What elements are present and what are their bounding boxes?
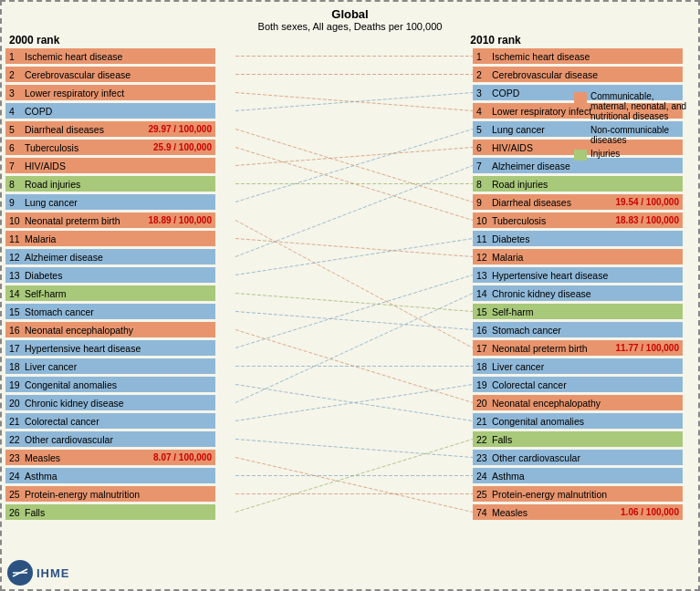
rank-number: 12 [476, 252, 489, 263]
rank-number: 25 [9, 489, 22, 500]
svg-line-19 [235, 294, 473, 403]
svg-line-13 [235, 294, 473, 312]
rank-number: 23 [476, 452, 489, 463]
list-item: 16Stomach cancer [473, 321, 700, 338]
rank-bar: 22Other cardiovascular [5, 431, 215, 447]
connector-lines [235, 47, 473, 522]
rank-number: 19 [9, 379, 22, 390]
rank-bar: 9Lung cancer [5, 194, 215, 210]
list-item: 25Protein-energy malnutrition [473, 485, 700, 503]
rank-label: Self-harm [492, 306, 679, 317]
rank-number: 24 [476, 471, 489, 482]
right-col-header: 2010 rank [470, 34, 695, 47]
rank-bar: 25Protein-energy malnutrition [473, 486, 683, 502]
rank-number: 25 [476, 489, 489, 500]
rank-label: Chronic kidney disease [492, 288, 679, 299]
rank-number: 16 [9, 325, 22, 336]
list-item: 10Tuberculosis18.83 / 100,000 [473, 212, 700, 229]
rank-number: 11 [9, 233, 22, 244]
rate-badge: 29.97 / 100,000 [148, 124, 212, 134]
list-item: 25Protein-energy malnutrition [5, 485, 235, 503]
svg-line-9 [235, 221, 473, 348]
rank-number: 14 [476, 288, 489, 299]
rank-number: 6 [9, 142, 22, 153]
rank-label: Diarrheal diseases [492, 197, 611, 208]
rank-label: Malaria [492, 252, 679, 263]
legend-label: Communicable, maternal, neonatal, and nu… [590, 91, 693, 121]
rank-label: Hypertensive heart disease [25, 343, 212, 354]
rank-bar: 24Asthma [5, 468, 215, 483]
list-item: 17Hypertensive heart disease [5, 339, 235, 357]
rate-badge: 18.83 / 100,000 [615, 215, 679, 225]
rate-badge: 19.54 / 100,000 [615, 197, 679, 207]
rank-bar: 4COPD [5, 103, 215, 119]
rank-bar: 15Self-harm [473, 304, 683, 319]
rank-number: 3 [9, 88, 22, 98]
rank-bar: 17Hypertensive heart disease [5, 340, 215, 356]
rank-label: Lower respiratory infect [25, 88, 212, 98]
list-item: 4COPD [5, 102, 235, 119]
rank-bar: 10Tuberculosis18.83 / 100,000 [473, 213, 683, 228]
rank-bar: 5Diarrheal diseases29.97 / 100,000 [5, 121, 215, 137]
svg-line-12 [235, 239, 473, 275]
rank-label: Asthma [492, 471, 679, 482]
rank-number: 2 [9, 69, 22, 80]
list-item: 8Road injuries [473, 175, 700, 192]
rank-label: Protein-energy malnutrition [25, 489, 212, 500]
legend-item: Non-communicable diseases [574, 125, 693, 145]
list-item: 21Colorectal cancer [5, 412, 235, 430]
rank-label: Falls [492, 434, 679, 445]
rank-bar: 12Malaria [473, 249, 683, 264]
rank-number: 10 [9, 215, 22, 226]
list-item: 2Cerebrovascular disease [5, 66, 235, 83]
svg-line-6 [235, 148, 473, 166]
rank-bar: 11Malaria [5, 231, 215, 246]
rank-label: Measles [492, 507, 617, 518]
list-item: 13Diabetes [5, 266, 235, 284]
rank-label: Neonatal preterm birth [25, 215, 144, 226]
list-item: 8Road injuries [5, 175, 235, 192]
rank-bar: 2Cerebrovascular disease [473, 67, 683, 82]
rank-label: Cerebrovascular disease [25, 69, 212, 80]
rank-label: Stomach cancer [25, 306, 212, 317]
legend-swatch [574, 92, 587, 103]
svg-line-11 [235, 166, 473, 257]
rank-label: Asthma [25, 471, 212, 482]
list-item: 23Measles8.07 / 100,000 [5, 449, 235, 466]
rank-label: Protein-energy malnutrition [492, 489, 679, 500]
rank-number: 21 [9, 416, 22, 427]
list-item: 23Other cardiovascular [473, 449, 700, 466]
rank-number: 21 [476, 416, 489, 427]
list-item: 15Stomach cancer [5, 303, 235, 320]
rank-label: Malaria [25, 233, 212, 244]
list-item: 1Ischemic heart disease [5, 47, 235, 65]
rank-label: Chronic kidney disease [25, 398, 212, 409]
rank-label: Liver cancer [25, 361, 212, 372]
rank-bar: 22Falls [473, 431, 683, 447]
rate-badge: 8.07 / 100,000 [153, 452, 212, 462]
list-item: 15Self-harm [473, 303, 700, 320]
svg-line-16 [235, 275, 473, 348]
rate-badge: 25.9 / 100,000 [153, 142, 212, 152]
chart-container: Global Both sexes, All ages, Deaths per … [0, 0, 700, 591]
rank-bar: 16Neonatal encephalopathy [5, 322, 215, 337]
rank-number: 6 [476, 142, 489, 153]
list-item: 26Falls [5, 503, 235, 521]
rank-bar: 20Neonatal encephalopathy [473, 395, 683, 410]
column-headers: 2000 rank 2010 rank [2, 34, 698, 47]
rank-bar: 11Diabetes [473, 231, 683, 246]
rank-label: Measles [25, 452, 150, 463]
rank-bar: 20Chronic kidney disease [5, 395, 215, 410]
list-item: 1Ischemic heart disease [473, 47, 700, 65]
rank-bar: 1Ischemic heart disease [5, 48, 215, 64]
list-item: 22Falls [473, 430, 700, 448]
svg-line-10 [235, 239, 473, 257]
legend-label: Non-communicable diseases [590, 125, 693, 145]
rank-label: Congenital anomalies [492, 416, 679, 427]
rank-bar: 18Liver cancer [5, 358, 215, 374]
rank-label: Tuberculosis [492, 215, 611, 226]
rank-number: 2 [476, 69, 489, 80]
list-item: 19Colorectal cancer [473, 376, 700, 393]
rank-number: 4 [476, 106, 489, 117]
logo-text: IHME [37, 566, 70, 580]
